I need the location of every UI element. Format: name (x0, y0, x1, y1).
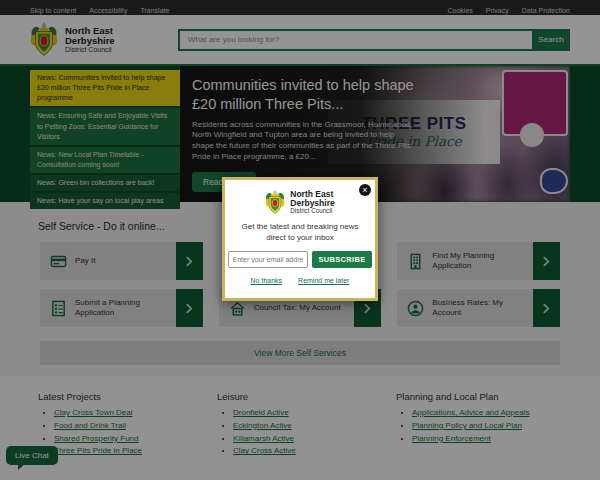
no-thanks-link[interactable]: No thanks (251, 277, 283, 284)
org-line3: District Council (290, 208, 334, 215)
newsletter-form: SUBSCRIBE (234, 251, 366, 268)
newsletter-links: No thanks Remind me later (234, 277, 366, 284)
modal-council-logo: North East Derbyshire District Council (234, 189, 366, 216)
close-icon[interactable] (359, 184, 371, 196)
modal-council-name: North East Derbyshire District Council (290, 190, 334, 214)
newsletter-signup-modal: North East Derbyshire District Council G… (222, 177, 378, 301)
homepage: Skip to contentAccessibilityTranslate Co… (0, 0, 600, 480)
remind-me-later-link[interactable]: Remind me later (298, 277, 349, 284)
newsletter-message: Get the latest and breaking news direct … (236, 222, 364, 244)
council-crest-logo (265, 189, 285, 216)
email-field[interactable] (228, 251, 308, 268)
subscribe-button[interactable]: SUBSCRIBE (312, 251, 373, 268)
